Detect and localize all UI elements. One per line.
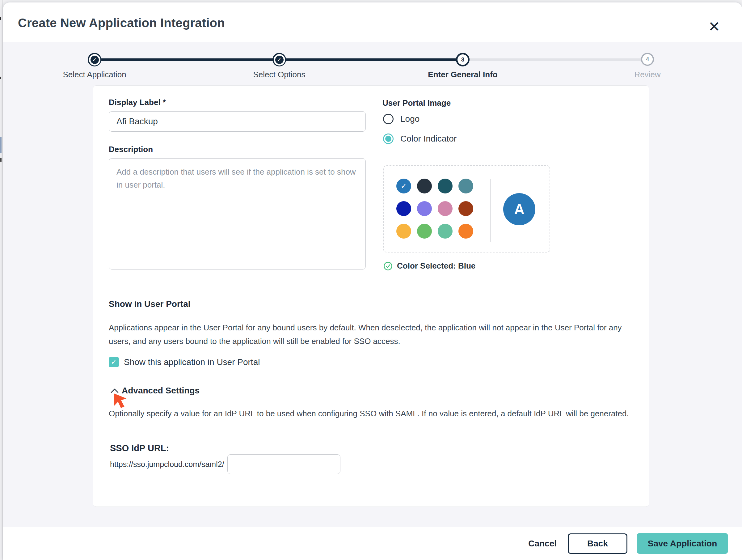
- color-swatch-green[interactable]: [417, 224, 432, 239]
- back-button[interactable]: Back: [568, 533, 627, 554]
- chevron-up-icon: [111, 389, 119, 393]
- color-swatch-charcoal[interactable]: [417, 179, 432, 194]
- color-preview-letter: A: [514, 201, 524, 217]
- form-card: [93, 85, 649, 507]
- color-swatch-sea-green[interactable]: [438, 224, 453, 239]
- sso-idp-url-prefix: https://sso.jumpcloud.com/saml2/: [110, 460, 224, 469]
- sso-idp-url-label: SSO IdP URL:: [110, 443, 169, 453]
- radio-color-indicator-label: Color Indicator: [400, 134, 457, 144]
- color-preview: A: [503, 193, 535, 225]
- checkbox-label: Show this application in User Portal: [124, 357, 260, 367]
- save-application-button[interactable]: Save Application: [637, 533, 728, 554]
- edge-artifact: [0, 77, 1, 79]
- display-label-label: Display Label *: [109, 98, 166, 107]
- step-1-check-icon: ✓: [91, 56, 99, 64]
- radio-logo-label: Logo: [400, 114, 420, 124]
- radio-option-logo[interactable]: Logo: [383, 114, 420, 124]
- step-2-check-icon: ✓: [275, 56, 283, 64]
- sso-idp-url-row: https://sso.jumpcloud.com/saml2/: [110, 454, 340, 474]
- description-label: Description: [109, 145, 153, 154]
- step-3-circle[interactable]: 3: [456, 53, 470, 66]
- show-in-user-portal-checkbox-row[interactable]: ✓ Show this application in User Portal: [109, 357, 260, 367]
- color-swatch-pink[interactable]: [438, 201, 453, 216]
- step-4-circle[interactable]: 4: [641, 53, 654, 66]
- color-picker-divider: [490, 179, 491, 242]
- step-4-number: 4: [646, 56, 649, 63]
- color-swatch-blue[interactable]: ✓: [396, 179, 411, 194]
- color-swatch-steel-teal[interactable]: [459, 179, 473, 194]
- screen: Create New Application Integration ✕ ✓ ✓…: [0, 0, 742, 560]
- edge-artifact: [0, 137, 2, 153]
- display-label-input[interactable]: [109, 111, 366, 132]
- stepper-line-2-3: [279, 58, 463, 61]
- step-3-label: Enter General Info: [392, 70, 534, 80]
- sso-idp-url-input[interactable]: [227, 454, 340, 474]
- mouse-cursor-icon: [114, 393, 127, 408]
- stepper-line-1-2: [95, 58, 279, 61]
- cancel-button[interactable]: Cancel: [526, 533, 559, 554]
- advanced-settings-heading: Advanced Settings: [122, 386, 200, 396]
- color-swatch-purple[interactable]: [417, 201, 432, 216]
- success-check-icon: [383, 261, 392, 271]
- step-2-circle[interactable]: ✓: [272, 53, 286, 66]
- color-swatch-orange[interactable]: [459, 224, 473, 239]
- radio-option-color-indicator[interactable]: Color Indicator: [383, 134, 457, 144]
- radio-logo-icon[interactable]: [383, 114, 393, 124]
- color-selected-status: Color Selected: Blue: [383, 261, 475, 271]
- color-swatch-rust[interactable]: [459, 201, 473, 216]
- page-edge-line: [2, 0, 2, 560]
- step-1-circle[interactable]: ✓: [88, 53, 101, 66]
- page-edge-backdrop: [0, 0, 3, 560]
- checkbox-checked-icon[interactable]: ✓: [109, 357, 119, 367]
- edge-artifact: [0, 17, 1, 20]
- step-1-label[interactable]: Select Application: [23, 70, 166, 80]
- color-swatch-amber[interactable]: [396, 224, 411, 239]
- color-selected-text: Color Selected: Blue: [397, 261, 475, 271]
- show-in-user-portal-description: Applications appear in the User Portal f…: [109, 321, 631, 348]
- user-portal-image-label: User Portal Image: [382, 98, 451, 108]
- edge-artifact: [0, 158, 2, 162]
- color-swatch-dark-teal[interactable]: [438, 179, 453, 194]
- step-2-label[interactable]: Select Options: [208, 70, 350, 80]
- step-4-label: Review: [576, 70, 719, 80]
- wizard-stepper: ✓ ✓ 3 4 Select Application Select Option…: [3, 2, 742, 95]
- color-swatch-royal-blue[interactable]: [396, 201, 411, 216]
- show-in-user-portal-heading: Show in User Portal: [109, 299, 191, 309]
- stepper-line-3-4: [463, 58, 647, 61]
- advanced-settings-description: Optionally specify a value for an IdP UR…: [109, 407, 631, 420]
- step-3-number: 3: [461, 56, 465, 63]
- radio-color-indicator-icon[interactable]: [383, 134, 393, 144]
- color-swatch-grid: ✓: [396, 179, 474, 239]
- modal-footer: Cancel Back Save Application: [3, 527, 742, 560]
- description-textarea[interactable]: [109, 158, 366, 269]
